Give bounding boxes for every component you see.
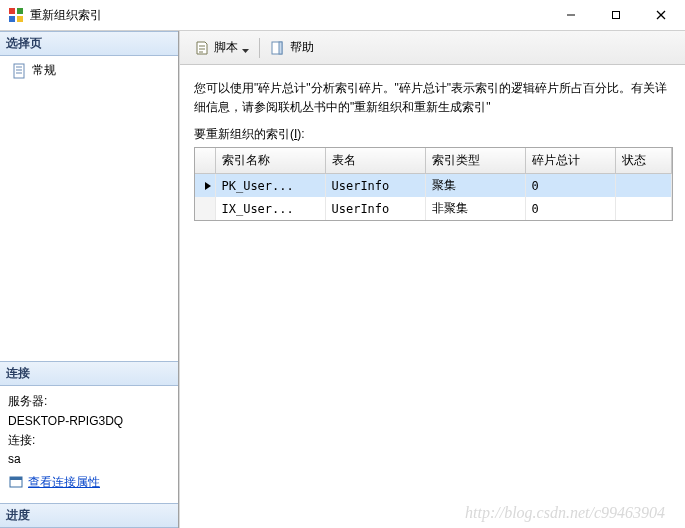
col-index-name[interactable]: 索引名称 bbox=[215, 148, 325, 174]
server-value: DESKTOP-RPIG3DQ bbox=[8, 412, 170, 431]
minimize-button[interactable] bbox=[548, 1, 593, 30]
svg-rect-13 bbox=[10, 477, 22, 480]
cell-type: 聚集 bbox=[425, 174, 525, 198]
app-icon bbox=[8, 7, 24, 23]
cell-frag: 0 bbox=[525, 197, 615, 220]
script-button[interactable]: 脚本 bbox=[188, 36, 255, 59]
cell-name: PK_User... bbox=[215, 174, 325, 198]
toolbar-separator bbox=[259, 38, 260, 58]
window-title: 重新组织索引 bbox=[30, 7, 548, 24]
row-selector[interactable] bbox=[195, 197, 215, 220]
toolbar: 脚本 帮助 bbox=[180, 31, 685, 65]
sidebar: 选择页 常规 连接 服务器: DESKTOP-RPIG3DQ 连接: sa 查看… bbox=[0, 31, 179, 528]
table-label-pre: 要重新组织的索引( bbox=[194, 127, 294, 141]
cell-name: IX_User... bbox=[215, 197, 325, 220]
col-status[interactable]: 状态 bbox=[615, 148, 672, 174]
main-panel: 脚本 帮助 您可以使用"碎片总计"分析索引碎片。"碎片总计"表示索引的逻辑碎片所… bbox=[179, 31, 685, 528]
sidebar-header-progress: 进度 bbox=[0, 503, 178, 528]
window-controls bbox=[548, 1, 683, 30]
svg-rect-8 bbox=[14, 64, 24, 78]
description-text: 您可以使用"碎片总计"分析索引碎片。"碎片总计"表示索引的逻辑碎片所占百分比。有… bbox=[180, 65, 685, 126]
page-icon bbox=[12, 63, 28, 79]
help-icon bbox=[270, 40, 286, 56]
cell-frag: 0 bbox=[525, 174, 615, 198]
titlebar: 重新组织索引 bbox=[0, 0, 685, 31]
script-label: 脚本 bbox=[214, 39, 238, 56]
close-button[interactable] bbox=[638, 1, 683, 30]
svg-rect-5 bbox=[612, 12, 619, 19]
col-table-name[interactable]: 表名 bbox=[325, 148, 425, 174]
watermark: http://blog.csdn.net/c99463904 bbox=[465, 504, 665, 522]
conn-label: 连接: bbox=[8, 431, 170, 450]
sidebar-item-label: 常规 bbox=[32, 62, 56, 79]
cell-type: 非聚集 bbox=[425, 197, 525, 220]
server-label: 服务器: bbox=[8, 392, 170, 411]
col-frag-total[interactable]: 碎片总计 bbox=[525, 148, 615, 174]
cell-table: UserInfo bbox=[325, 197, 425, 220]
svg-rect-15 bbox=[279, 42, 282, 54]
row-pointer-icon bbox=[205, 182, 211, 190]
cell-table: UserInfo bbox=[325, 174, 425, 198]
row-selector-header bbox=[195, 148, 215, 174]
row-selector[interactable] bbox=[195, 174, 215, 198]
help-label: 帮助 bbox=[290, 39, 314, 56]
properties-icon bbox=[8, 475, 24, 491]
cell-status bbox=[615, 197, 672, 220]
table-label: 要重新组织的索引(I): bbox=[180, 126, 685, 147]
sidebar-item-general[interactable]: 常规 bbox=[6, 60, 172, 81]
svg-rect-0 bbox=[9, 8, 15, 14]
svg-rect-3 bbox=[17, 16, 23, 22]
index-grid[interactable]: 索引名称 表名 索引类型 碎片总计 状态 PK_User...UserInfo聚… bbox=[194, 147, 673, 221]
sidebar-header-select: 选择页 bbox=[0, 31, 178, 56]
conn-value: sa bbox=[8, 450, 170, 469]
table-row[interactable]: IX_User...UserInfo非聚集0 bbox=[195, 197, 672, 220]
connection-panel: 服务器: DESKTOP-RPIG3DQ 连接: sa 查看连接属性 bbox=[0, 386, 178, 503]
view-connection-props-label: 查看连接属性 bbox=[28, 473, 100, 492]
maximize-button[interactable] bbox=[593, 1, 638, 30]
sidebar-header-connection: 连接 bbox=[0, 361, 178, 386]
help-button[interactable]: 帮助 bbox=[264, 36, 320, 59]
cell-status bbox=[615, 174, 672, 198]
svg-rect-2 bbox=[9, 16, 15, 22]
table-row[interactable]: PK_User...UserInfo聚集0 bbox=[195, 174, 672, 198]
grid-header-row: 索引名称 表名 索引类型 碎片总计 状态 bbox=[195, 148, 672, 174]
svg-rect-1 bbox=[17, 8, 23, 14]
view-connection-props-link[interactable]: 查看连接属性 bbox=[8, 473, 100, 492]
script-icon bbox=[194, 40, 210, 56]
table-label-post: ): bbox=[297, 127, 304, 141]
col-index-type[interactable]: 索引类型 bbox=[425, 148, 525, 174]
chevron-down-icon bbox=[242, 44, 249, 51]
